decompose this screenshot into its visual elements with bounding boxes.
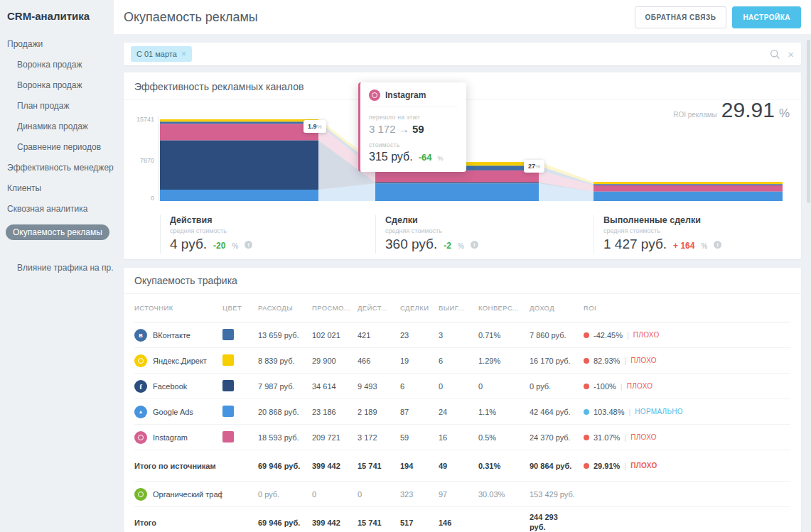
content-area: Окупаемость рекламы ОБРАТНАЯ СВЯЗЬ НАСТР…: [114, 0, 811, 532]
sidebar-item-ad-payback[interactable]: Окупаемость рекламы: [6, 224, 109, 240]
tooltip-title: Instagram: [385, 90, 426, 100]
funnel-card: Эффективность рекламных каналов ROI рекл…: [124, 72, 801, 259]
col-source[interactable]: ИСТОЧНИК: [134, 304, 222, 312]
sidebar-item-sales-funnel-2[interactable]: Воронка продаж: [7, 80, 114, 90]
sidebar-item-period-comparison[interactable]: Сравнение периодов: [7, 142, 114, 152]
roi-status-label: ПЛОХО: [633, 331, 660, 339]
instagram-icon: [134, 431, 147, 444]
roi-status-label: ПЛОХО: [630, 357, 657, 364]
roi-status-dot: [584, 463, 589, 469]
organic-traffic-icon: [134, 488, 147, 501]
app-title: CRM-аналитика: [7, 10, 114, 22]
conversion-badge-2: 27%: [524, 160, 544, 173]
col-actions[interactable]: ДЕЙСТ...: [358, 304, 400, 312]
col-expenses[interactable]: РАСХОДЫ: [258, 304, 312, 312]
sidebar-item-sales-dynamics[interactable]: Динамика продаж: [7, 121, 114, 131]
y-axis-tick: 15741: [134, 116, 154, 123]
col-income[interactable]: ДОХОД: [530, 304, 584, 312]
traffic-payback-card: Окупаемость трафика ИСТОЧНИК ЦВЕТ РАСХОД…: [124, 268, 801, 532]
filter-bar: С 01 марта × ×: [124, 43, 801, 65]
arrow-right-icon: →: [399, 123, 409, 135]
roi-status-dot: [584, 384, 589, 389]
table-row-organic-traffic[interactable]: Органический трафик 0 руб. 0 0 323 97 30…: [134, 482, 790, 507]
color-swatch: [222, 354, 234, 366]
facebook-icon: [134, 380, 147, 393]
col-conversion[interactable]: КОНВЕРС...: [478, 304, 530, 312]
table-card-title: Окупаемость трафика: [124, 275, 801, 294]
chart-tooltip: Instagram перешло на этап 3 172 → 59 сто…: [358, 82, 466, 172]
stage-deals: Сделки средняя стоимость 360 руб. -2 % i: [375, 215, 581, 254]
roi-status-label: ПЛОХО: [630, 462, 657, 469]
roi-status-dot: [584, 332, 589, 338]
y-axis-tick: 0: [134, 195, 154, 202]
tooltip-flow: 3 172 → 59: [369, 123, 458, 135]
google-ads-icon: [134, 406, 147, 418]
info-icon[interactable]: i: [471, 241, 478, 249]
color-swatch: [222, 329, 234, 340]
yandex-direct-icon: [134, 354, 147, 367]
color-swatch: [222, 431, 234, 443]
color-swatch: [222, 380, 234, 391]
y-axis-tick: 7870: [134, 157, 154, 164]
roi-status-dot: [584, 409, 589, 415]
roi-status-label: ПЛОХО: [630, 433, 657, 441]
stage-summaries: Действия средняя стоимость 4 руб. -20 % …: [134, 212, 790, 256]
scrollbar-track: [806, 34, 811, 532]
stage-completed-deals: Выполненные сделки средняя стоимость 1 4…: [594, 215, 778, 254]
stage-actions: Действия средняя стоимость 4 руб. -20 % …: [160, 215, 359, 254]
col-views[interactable]: ПРОСМО...: [312, 304, 358, 312]
date-filter-chip[interactable]: С 01 марта ×: [131, 46, 192, 62]
main-panel: С 01 марта × × Эффективность рекламных к…: [114, 34, 811, 532]
sidebar-item-traffic-influence[interactable]: Влияние трафика на пр...: [7, 263, 114, 273]
scrollbar-thumb[interactable]: [807, 40, 810, 203]
roi-status-dot: [584, 435, 589, 440]
col-color[interactable]: ЦВЕТ: [222, 304, 258, 312]
roi-status-label: НОРМАЛЬНО: [635, 408, 683, 416]
sidebar-item-clients[interactable]: Клиенты: [7, 183, 114, 193]
date-filter-label: С 01 марта: [136, 50, 177, 58]
conversion-badge-1: 1.9%: [304, 120, 326, 133]
sidebar-item-manager-efficiency[interactable]: Эффективность менеджер...: [7, 163, 114, 173]
page-title: Окупаемость рекламы: [124, 10, 258, 25]
table-row-google-ads[interactable]: Google Ads 20 868 руб. 23 186 2 189 87 2…: [134, 399, 790, 425]
sidebar: CRM-аналитика Продажи Воронка продаж Вор…: [0, 0, 114, 532]
page-header: Окупаемость рекламы ОБРАТНАЯ СВЯЗЬ НАСТР…: [114, 0, 811, 34]
funnel-svg[interactable]: [159, 114, 784, 207]
sidebar-item-sales-funnel-1[interactable]: Воронка продаж: [7, 60, 114, 70]
tooltip-stage-label: перешло на этап: [369, 114, 458, 121]
instagram-icon: [369, 89, 380, 101]
tooltip-cost-label: стоимость: [369, 141, 458, 148]
feedback-button[interactable]: ОБРАТНАЯ СВЯЗЬ: [635, 6, 727, 28]
info-icon[interactable]: i: [714, 241, 721, 249]
tooltip-cost: 315 руб. -64 %: [369, 151, 458, 163]
roi-status-label: ПЛОХО: [627, 382, 653, 390]
col-won[interactable]: ВЫИГ...: [439, 304, 478, 312]
settings-button[interactable]: НАСТРОЙКА: [732, 6, 801, 28]
color-swatch: [222, 406, 234, 417]
chip-close-icon[interactable]: ×: [181, 50, 186, 58]
info-icon[interactable]: i: [245, 241, 252, 249]
table-row-instagram[interactable]: Instagram 18 593 руб. 209 721 3 172 59 1…: [134, 425, 790, 450]
clear-filter-icon[interactable]: ×: [788, 48, 794, 60]
sidebar-item-end-to-end-analytics[interactable]: Сквозная аналитика: [7, 204, 114, 214]
sidebar-item-sales[interactable]: Продажи: [7, 39, 114, 49]
col-roi[interactable]: ROI: [584, 304, 790, 312]
search-icon[interactable]: [770, 49, 780, 60]
table-row-vkontakte[interactable]: ВКонтакте 13 659 руб. 102 021 421 23 3 0…: [134, 322, 790, 348]
table-row-grand-total[interactable]: Итого 69 946 руб. 399 442 15 741 517 146…: [134, 507, 790, 532]
table-row-sources-total[interactable]: Итого по источникам 69 946 руб. 399 442 …: [134, 450, 790, 482]
sidebar-item-sales-plan[interactable]: План продаж: [7, 101, 114, 111]
table-row-facebook[interactable]: Facebook 7 987 руб. 34 614 9 493 6 0 0 0…: [134, 374, 790, 399]
vkontakte-icon: [134, 329, 147, 342]
table-header-row: ИСТОЧНИК ЦВЕТ РАСХОДЫ ПРОСМО... ДЕЙСТ...…: [134, 294, 790, 322]
table-row-yandex-direct[interactable]: Яндекс.Директ 8 839 руб. 29 900 466 19 6…: [134, 348, 790, 374]
col-deals[interactable]: СДЕЛКИ: [400, 304, 439, 312]
roi-status-dot: [584, 358, 589, 364]
